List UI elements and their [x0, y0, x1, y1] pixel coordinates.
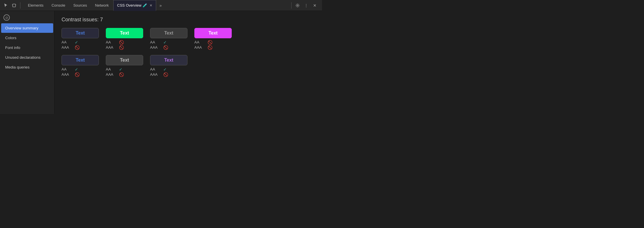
- contrast-btn-7[interactable]: Text: [150, 55, 187, 65]
- aaa-status-7: 🚫: [163, 72, 187, 77]
- sidebar-item-colors[interactable]: Colors: [1, 33, 53, 43]
- contrast-checks-2: AA 🚫 AAA 🚫: [106, 40, 143, 50]
- aaa-label-5: AAA: [62, 72, 73, 77]
- contrast-btn-3[interactable]: Text: [150, 28, 187, 38]
- tab-network[interactable]: Network: [92, 0, 112, 11]
- sidebar-item-media-queries[interactable]: Media queries: [1, 62, 53, 72]
- no-icon: ⊘: [3, 14, 10, 21]
- aaa-status-6: 🚫: [119, 72, 143, 77]
- aa-label-1: AA: [62, 40, 73, 45]
- aa-label-5: AA: [62, 67, 73, 72]
- devtools-icons: [1, 2, 23, 9]
- contrast-card-2: Text AA 🚫 AAA 🚫: [106, 28, 143, 50]
- tab-css-overview[interactable]: CSS Overview 🧪 ✕: [113, 0, 156, 11]
- ellipsis-icon[interactable]: ⋮: [302, 2, 310, 9]
- sidebar-item-overview-summary[interactable]: Overview summary: [1, 23, 53, 33]
- contrast-btn-6[interactable]: Text: [106, 55, 143, 65]
- content-area: Contrast issues: 7 Text AA ✓ AAA 🚫: [55, 11, 322, 114]
- aaa-status-2: 🚫: [119, 45, 143, 50]
- cursor-icon[interactable]: [3, 2, 9, 9]
- tab-console[interactable]: Console: [48, 0, 69, 11]
- right-divider: [291, 2, 292, 9]
- aa-label-6: AA: [106, 67, 117, 72]
- tab-elements[interactable]: Elements: [24, 0, 47, 11]
- contrast-card-3: Text AA ✓ AAA 🚫: [150, 28, 187, 50]
- sidebar: ⊘ Overview summary Colors Font info Unus…: [0, 11, 55, 114]
- close-icon[interactable]: ✕: [311, 2, 319, 9]
- svg-point-3: [297, 5, 298, 6]
- layers-icon[interactable]: [11, 2, 17, 9]
- aaa-status-3: 🚫: [163, 45, 187, 50]
- aa-label-7: AA: [150, 67, 162, 72]
- aa-label-4: AA: [194, 40, 206, 45]
- aa-status-4: 🚫: [208, 40, 232, 45]
- contrast-checks-7: AA ✓ AAA 🚫: [150, 67, 187, 77]
- contrast-btn-2[interactable]: Text: [106, 28, 143, 38]
- sidebar-item-unused-declarations[interactable]: Unused declarations: [1, 53, 53, 62]
- contrast-btn-5[interactable]: Text: [62, 55, 99, 65]
- tab-bar: Elements Console Sources Network CSS Ove…: [0, 0, 322, 11]
- contrast-btn-1[interactable]: Text: [62, 28, 99, 38]
- tab-close-button[interactable]: ✕: [150, 3, 152, 7]
- contrast-checks-5: AA ✓ AAA 🚫: [62, 67, 99, 77]
- aaa-status-5: 🚫: [75, 72, 99, 77]
- flask-icon: 🧪: [143, 3, 147, 7]
- aaa-label-1: AAA: [62, 45, 73, 50]
- contrast-checks-6: AA ✓ AAA 🚫: [106, 67, 143, 77]
- aa-status-7: ✓: [163, 67, 187, 72]
- tab-bar-right-icons: ⋮ ✕: [288, 2, 321, 9]
- aa-label-3: AA: [150, 40, 162, 45]
- tab-overflow-button[interactable]: »: [157, 3, 164, 8]
- aa-status-5: ✓: [75, 67, 99, 72]
- contrast-issues-title: Contrast issues: 7: [62, 17, 315, 23]
- main-layout: ⊘ Overview summary Colors Font info Unus…: [0, 11, 322, 114]
- aa-status-6: ✓: [119, 67, 143, 72]
- aa-status-3: ✓: [163, 40, 187, 45]
- tab-sources[interactable]: Sources: [70, 0, 91, 11]
- contrast-card-6: Text AA ✓ AAA 🚫: [106, 55, 143, 77]
- aaa-label-6: AAA: [106, 72, 117, 77]
- aaa-label-2: AAA: [106, 45, 117, 50]
- aaa-status-1: 🚫: [75, 45, 99, 50]
- contrast-card-7: Text AA ✓ AAA 🚫: [150, 55, 187, 77]
- aaa-status-4: 🚫: [208, 45, 232, 50]
- contrast-checks-1: AA ✓ AAA 🚫: [62, 40, 99, 50]
- gear-icon[interactable]: [294, 2, 301, 9]
- aa-label-2: AA: [106, 40, 117, 45]
- contrast-row-1: Text AA ✓ AAA 🚫 Text AA 🚫: [62, 28, 315, 50]
- contrast-card-5: Text AA ✓ AAA 🚫: [62, 55, 99, 77]
- contrast-checks-3: AA ✓ AAA 🚫: [150, 40, 187, 50]
- sidebar-top-area: ⊘: [0, 12, 54, 23]
- contrast-card-1: Text AA ✓ AAA 🚫: [62, 28, 99, 50]
- aa-status-1: ✓: [75, 40, 99, 45]
- aaa-label-3: AAA: [150, 45, 162, 50]
- contrast-row-2: Text AA ✓ AAA 🚫 Text AA ✓: [62, 55, 315, 77]
- sidebar-item-font-info[interactable]: Font info: [1, 43, 53, 52]
- svg-rect-0: [13, 4, 16, 7]
- contrast-checks-4: AA 🚫 AAA 🚫: [194, 40, 232, 50]
- aaa-label-7: AAA: [150, 72, 162, 77]
- aa-status-2: 🚫: [119, 40, 143, 45]
- contrast-card-4: Text AA 🚫 AAA 🚫: [194, 28, 232, 50]
- contrast-btn-4[interactable]: Text: [194, 28, 232, 38]
- divider: [20, 2, 20, 9]
- contrast-grid: Text AA ✓ AAA 🚫 Text AA 🚫: [62, 28, 315, 77]
- aaa-label-4: AAA: [194, 45, 206, 50]
